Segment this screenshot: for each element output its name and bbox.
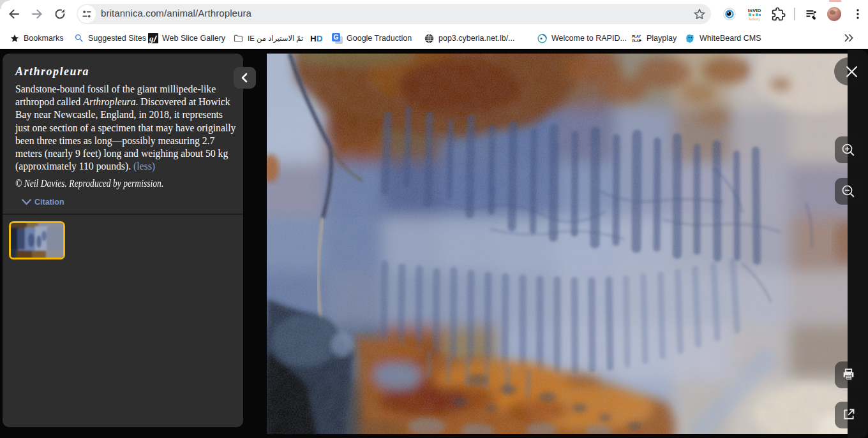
svg-text:g: g [149, 34, 154, 43]
svg-text:Authority: Authority [749, 18, 761, 21]
svg-text:PLAY: PLAY [632, 34, 641, 38]
svg-text:InVID: InVID [748, 8, 761, 13]
